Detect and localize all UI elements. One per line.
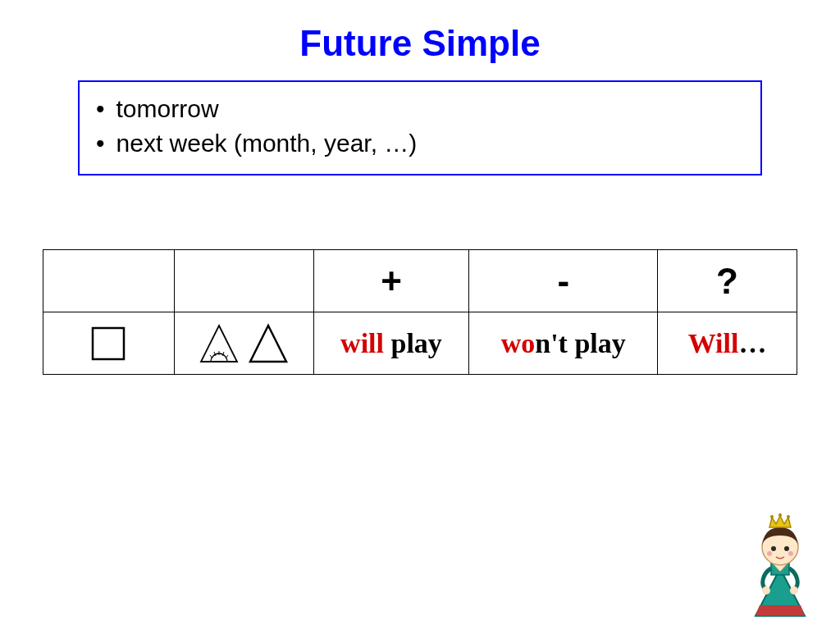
svg-point-10: [790, 586, 798, 595]
svg-point-12: [771, 546, 776, 551]
svg-rect-0: [93, 328, 124, 359]
cell-question: Will…: [658, 312, 797, 375]
header-empty-verb: [174, 250, 313, 312]
header-empty-subject: [43, 250, 175, 312]
will-q-text: Will: [688, 328, 739, 358]
table-header-row: + - ?: [43, 250, 797, 312]
svg-point-9: [762, 586, 770, 595]
header-minus: -: [469, 250, 658, 312]
character-icon: [735, 511, 825, 618]
svg-point-14: [767, 551, 772, 556]
time-markers-box: tomorrow next week (month, year, …): [78, 80, 762, 175]
cell-verb-icons: [174, 312, 313, 375]
svg-point-16: [770, 515, 774, 518]
sunrise-triangle-icon: [196, 321, 242, 367]
svg-point-18: [787, 515, 790, 518]
header-plus: +: [313, 250, 469, 312]
cell-negative: won't play: [469, 312, 658, 375]
list-item: next week (month, year, …): [96, 126, 744, 161]
square-icon: [88, 323, 129, 364]
dots-text: …: [738, 328, 766, 358]
wont-wo-text: wo: [501, 328, 536, 358]
svg-marker-1: [201, 326, 237, 362]
table-row: will play won't play Will…: [43, 312, 797, 375]
grammar-table: + - ? will play: [43, 249, 797, 375]
cell-subject-icon: [43, 312, 175, 375]
will-text: will: [340, 328, 384, 358]
verb-text: play: [384, 328, 442, 358]
page-title: Future Simple: [0, 0, 840, 64]
triangle-icon: [245, 321, 291, 367]
header-question: ?: [658, 250, 797, 312]
svg-marker-7: [250, 326, 286, 362]
svg-point-13: [784, 546, 789, 551]
svg-point-15: [788, 551, 793, 556]
list-item: tomorrow: [96, 92, 744, 126]
wont-rest-text: n't play: [535, 328, 626, 358]
cell-positive: will play: [313, 312, 469, 375]
time-markers-list: tomorrow next week (month, year, …): [96, 92, 744, 161]
svg-point-17: [778, 513, 782, 517]
